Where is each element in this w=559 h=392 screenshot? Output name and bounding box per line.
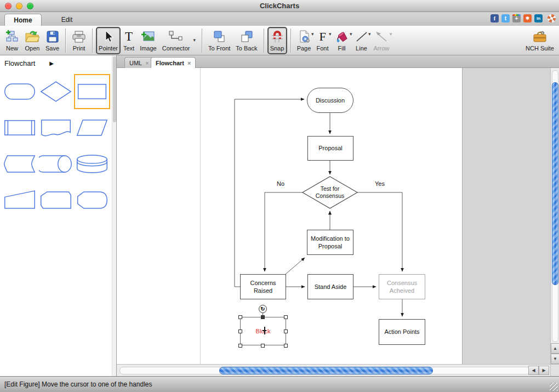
line-button[interactable]: ▾ Line xyxy=(352,27,371,54)
font-dropdown-icon[interactable]: ▾ xyxy=(329,31,332,37)
window-title: ClickCharts xyxy=(0,2,559,10)
googleplus-icon[interactable]: + xyxy=(512,14,521,22)
arrow-button: ▾ Arrow xyxy=(371,27,392,54)
palette-shape-stored-data[interactable] xyxy=(2,146,38,181)
text-cursor-icon xyxy=(262,327,267,334)
resize-handle-se[interactable] xyxy=(284,344,288,348)
flowchart-node-modification-to-proposal[interactable]: Modification to Proposal xyxy=(307,230,353,255)
to-front-button[interactable]: To Front xyxy=(206,27,233,54)
twitter-icon[interactable]: t xyxy=(501,14,510,22)
connector-dropdown-icon[interactable]: ▾ xyxy=(193,37,196,43)
doc-tab-flowchart[interactable]: Flowchart × xyxy=(151,57,196,68)
share-icon[interactable]: ✱ xyxy=(523,14,532,22)
status-text: [Edit Figure] Move the cursor to one of … xyxy=(4,380,152,388)
shape-palette xyxy=(0,70,116,218)
connector-button[interactable]: Connector ▾ xyxy=(159,27,198,54)
flowchart-node-concerns-raised[interactable]: Concerns Raised xyxy=(240,274,286,299)
doc-tab-uml[interactable]: UML × xyxy=(124,57,154,68)
resize-handle-e[interactable] xyxy=(284,329,288,333)
page-break-line xyxy=(200,68,201,364)
palette-shape-manual-input[interactable] xyxy=(2,183,38,218)
resize-handle-ne[interactable] xyxy=(284,315,288,319)
resize-handle-w[interactable] xyxy=(238,329,242,333)
status-bar: [Edit Figure] Move the cursor to one of … xyxy=(0,376,559,392)
line-dropdown-icon[interactable]: ▾ xyxy=(368,31,371,37)
palette-shape-database[interactable] xyxy=(74,146,110,181)
palette-shape-process[interactable] xyxy=(74,74,110,109)
scroll-down-button[interactable]: ▼ xyxy=(551,354,559,364)
flowchart-node-stand-aside[interactable]: Stand Aside xyxy=(307,274,353,299)
shape-sidebar: Flowchart ▶ xyxy=(0,55,117,376)
palette-shape-decision[interactable] xyxy=(38,74,74,109)
new-button[interactable]: New xyxy=(2,27,22,54)
font-button[interactable]: ▾ F Font xyxy=(314,27,332,54)
palette-shape-predefined-process[interactable] xyxy=(2,110,38,145)
document-tab-bar: UML × Flowchart × xyxy=(117,55,559,68)
sidebar-expand-arrow-icon[interactable]: ▶ xyxy=(49,60,54,66)
palette-shape-terminator[interactable] xyxy=(2,74,38,109)
printer-icon xyxy=(72,29,86,44)
palette-shape-direct-access-storage[interactable] xyxy=(38,146,74,181)
fill-button[interactable]: ▾ Fill xyxy=(332,27,352,54)
resize-handle-sw[interactable] xyxy=(238,344,242,348)
edge-label-no: No xyxy=(272,180,289,187)
to-back-button[interactable]: To Back xyxy=(233,27,260,54)
open-folder-icon xyxy=(25,29,40,44)
help-icon[interactable] xyxy=(547,14,556,22)
tab-home[interactable]: Home xyxy=(4,14,42,26)
flowchart-node-proposal[interactable]: Proposal xyxy=(307,136,353,161)
image-icon xyxy=(141,29,155,44)
sidebar-title: Flowchart xyxy=(4,59,35,67)
flowchart-node-action-points[interactable]: Action Points xyxy=(379,319,425,345)
save-floppy-icon xyxy=(46,29,59,44)
linkedin-icon[interactable]: in xyxy=(534,14,543,22)
palette-shape-data[interactable] xyxy=(74,110,110,145)
ribbon-tab-row: Home Edit xyxy=(0,12,559,26)
resize-handle-nw[interactable] xyxy=(238,315,242,319)
snap-magnet-icon xyxy=(270,29,284,44)
pointer-button[interactable]: Pointer xyxy=(96,27,121,54)
palette-shape-document[interactable] xyxy=(38,110,74,145)
facebook-icon[interactable]: f xyxy=(490,14,499,22)
to-front-icon xyxy=(212,29,226,44)
drawing-canvas[interactable]: Discussion Proposal Test for Consensus M… xyxy=(117,68,550,364)
resize-handle-n[interactable] xyxy=(261,315,265,319)
page-button[interactable]: ▾ Page xyxy=(294,27,314,54)
flowchart-node-test-for-consensus[interactable]: Test for Consensus xyxy=(312,185,347,200)
image-button[interactable]: Image xyxy=(137,27,159,54)
scroll-up-button[interactable]: ▲ xyxy=(551,343,559,354)
close-tab-icon[interactable]: × xyxy=(145,60,149,66)
palette-shape-display[interactable] xyxy=(74,183,110,218)
vertical-scrollbar-thumb[interactable] xyxy=(552,82,558,285)
vertical-scrollbar[interactable]: ▲ ▼ xyxy=(550,68,559,364)
text-tool-icon: T xyxy=(125,29,133,44)
line-icon xyxy=(355,29,368,44)
save-button[interactable]: Save xyxy=(43,27,62,54)
sidebar-scrollbar[interactable] xyxy=(112,55,116,376)
scroll-right-button[interactable]: ▶ xyxy=(539,366,549,375)
horizontal-scrollbar-thumb[interactable] xyxy=(219,367,433,374)
horizontal-scrollbar[interactable]: ◀ ▶ xyxy=(117,364,550,376)
text-button[interactable]: T Text xyxy=(121,27,137,54)
font-icon: F xyxy=(319,29,326,44)
app-window: ClickCharts Home Edit f t + ✱ in New xyxy=(0,0,559,392)
fill-dropdown-icon[interactable]: ▾ xyxy=(350,31,352,37)
palette-shape-card[interactable] xyxy=(38,183,74,218)
page-icon xyxy=(297,29,311,44)
flowchart-node-discussion[interactable]: Discussion xyxy=(307,88,353,113)
tab-edit[interactable]: Edit xyxy=(50,14,83,26)
open-button[interactable]: Open xyxy=(22,27,43,54)
snap-button[interactable]: Snap xyxy=(267,27,287,54)
flowchart-node-consensus-acheived[interactable]: Consensus Acheived xyxy=(379,274,425,299)
page-dropdown-icon[interactable]: ▾ xyxy=(311,31,314,37)
print-button[interactable]: Print xyxy=(69,27,89,54)
scroll-left-button[interactable]: ◀ xyxy=(528,366,539,375)
close-tab-icon[interactable]: × xyxy=(187,60,191,66)
new-flowchart-icon xyxy=(5,29,19,44)
rotate-handle[interactable]: ↻ xyxy=(259,305,267,313)
resize-handle-s[interactable] xyxy=(261,344,265,348)
pointer-cursor-icon xyxy=(102,29,115,44)
resize-grip[interactable] xyxy=(550,383,558,391)
main-toolbar: New Open Save xyxy=(0,26,559,55)
nch-suite-button[interactable]: NCH Suite xyxy=(523,27,557,54)
